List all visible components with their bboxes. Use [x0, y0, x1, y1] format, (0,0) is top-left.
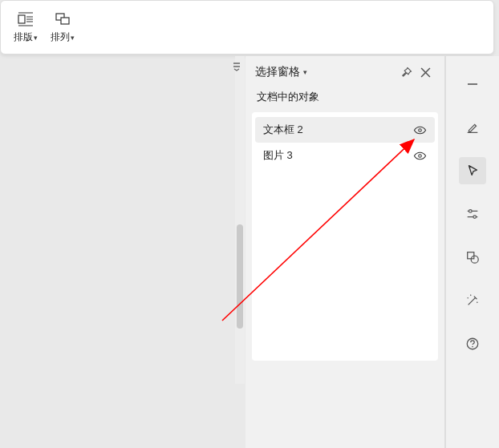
eye-icon — [413, 149, 427, 163]
object-row-image[interactable]: 图片 3 — [255, 143, 435, 168]
close-icon — [420, 67, 431, 78]
rail-magic-button[interactable] — [459, 287, 486, 314]
svg-point-4 — [418, 154, 421, 157]
chevron-down-icon: ▾ — [71, 34, 75, 42]
minus-icon — [466, 78, 479, 91]
svg-point-6 — [473, 216, 477, 219]
ribbon-layout-button[interactable]: 排版▾ — [7, 4, 44, 50]
ribbon-layout-label: 排版 — [14, 30, 33, 44]
selection-pane: 选择窗格 ▾ 文档中的对象 文本框 2 图片 3 — [245, 56, 444, 448]
sliders-icon — [465, 207, 480, 221]
document-vertical-scrollbar[interactable] — [235, 56, 245, 384]
pin-button[interactable] — [396, 63, 416, 82]
svg-rect-2 — [61, 18, 69, 24]
svg-point-5 — [469, 210, 473, 213]
selection-pane-title: 选择窗格 — [255, 65, 300, 79]
eye-icon — [413, 123, 427, 137]
side-rail — [446, 56, 499, 448]
object-row-textbox[interactable]: 文本框 2 — [255, 117, 435, 143]
object-list: 文本框 2 图片 3 — [252, 112, 438, 361]
rail-help-button[interactable] — [459, 330, 486, 357]
visibility-toggle[interactable] — [412, 123, 427, 137]
ribbon-arrange-label: 排列 — [51, 30, 70, 44]
svg-point-8 — [471, 256, 478, 263]
arrange-icon — [54, 10, 71, 28]
rail-select-button[interactable] — [459, 157, 486, 184]
svg-point-3 — [418, 128, 421, 131]
help-icon — [465, 337, 480, 351]
svg-rect-7 — [468, 252, 474, 259]
pin-icon — [400, 67, 412, 79]
close-pane-button[interactable] — [416, 63, 435, 82]
selection-pane-title-button[interactable]: 选择窗格 ▾ — [255, 65, 307, 79]
object-label: 图片 3 — [263, 148, 293, 163]
svg-point-10 — [472, 346, 473, 348]
svg-rect-0 — [18, 15, 25, 23]
chevron-down-icon: ▾ — [303, 68, 307, 76]
chevron-down-icon: ▾ — [34, 34, 38, 42]
rail-shapes-button[interactable] — [459, 244, 486, 271]
text-wrap-icon — [17, 10, 34, 28]
magic-wand-icon — [465, 293, 480, 308]
ribbon-arrange-button[interactable]: 排列▾ — [44, 4, 81, 50]
rail-edit-button[interactable] — [459, 114, 486, 141]
ribbon-toolbar: 排版▾ 排列▾ — [0, 0, 494, 54]
rail-minimize-button[interactable] — [459, 71, 486, 98]
shapes-icon — [465, 250, 480, 264]
object-label: 文本框 2 — [263, 123, 303, 137]
selection-pane-subtitle: 文档中的对象 — [245, 88, 444, 111]
rail-settings-button[interactable] — [459, 200, 486, 228]
pencil-icon — [465, 120, 480, 135]
cursor-icon — [465, 163, 480, 178]
visibility-toggle[interactable] — [412, 148, 427, 163]
scrollbar-thumb[interactable] — [237, 224, 243, 329]
collapse-marker-icon — [232, 62, 241, 71]
selection-pane-header: 选择窗格 ▾ — [245, 56, 444, 88]
